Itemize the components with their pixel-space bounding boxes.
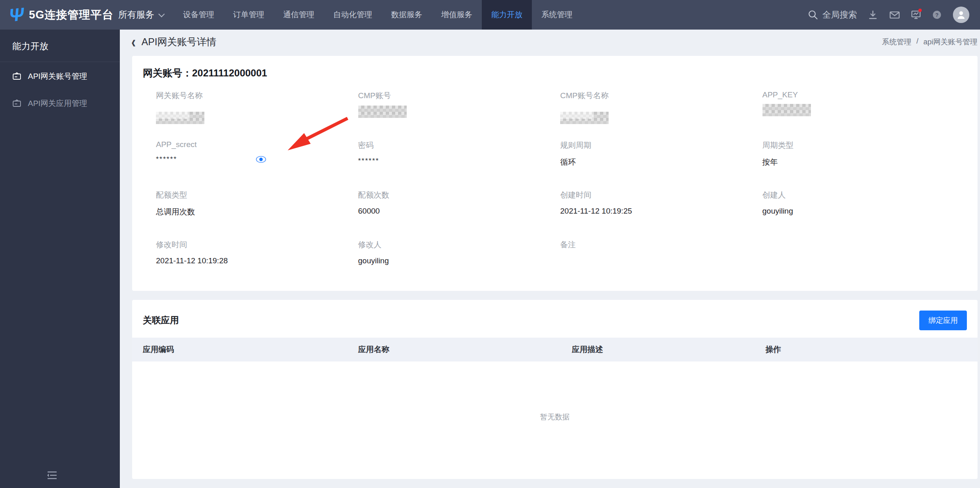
platform-logo-icon: Ψ [8, 5, 25, 25]
help-icon[interactable]: ? [932, 9, 942, 20]
col-actions: 操作 [765, 344, 978, 355]
field-modifier: 修改人 gouyiling [358, 239, 561, 289]
sidebar-item-label: API网关账号管理 [28, 71, 87, 82]
back-button[interactable]: ‹ [131, 34, 136, 50]
masked-value [560, 112, 609, 124]
main-content: ‹ API网关账号详情 系统管理 / api网关账号管理 网关账号：202111… [120, 30, 980, 488]
user-avatar[interactable] [953, 7, 969, 23]
field-empty-slot [762, 239, 965, 289]
masked-value [156, 112, 204, 124]
bind-app-button[interactable]: 绑定应用 [919, 311, 967, 330]
detail-fields-grid: 网关账号名称 CMP账号 CMP账号名称 APP_KEY APP_screct … [143, 90, 964, 289]
sidebar-divider [0, 62, 120, 62]
breadcrumb-api-account-mgmt[interactable]: api网关账号管理 [923, 37, 978, 47]
field-cycle-type: 周期类型 按年 [762, 140, 965, 190]
field-creator: 创建人 gouyiling [762, 190, 965, 239]
topbar: Ψ 5G连接管理平台 所有服务 设备管理 订单管理 通信管理 自动化管理 数据服… [0, 0, 980, 30]
sidebar: 能力开放 API网关账号管理 API网关应用管理 [0, 30, 120, 488]
breadcrumb-system-mgmt[interactable]: 系统管理 [882, 37, 911, 47]
empty-data-text: 暂无数据 [540, 412, 570, 422]
apps-table-empty-zone: 暂无数据 [132, 361, 978, 472]
app-secret-masked-text: ****** [156, 155, 177, 163]
gateway-account-title-label: 网关账号： [143, 67, 192, 78]
all-services-label: 所有服务 [118, 9, 154, 21]
page-title: API网关账号详情 [142, 35, 217, 48]
col-app-code: 应用编码 [143, 344, 358, 355]
top-nav: 设备管理 订单管理 通信管理 自动化管理 数据服务 增值服务 能力开放 系统管理 [174, 0, 582, 30]
nav-comm-mgmt[interactable]: 通信管理 [274, 0, 324, 30]
nav-value-added-service[interactable]: 增值服务 [432, 0, 482, 30]
menu-fold-icon[interactable] [46, 470, 58, 482]
nav-automation-mgmt[interactable]: 自动化管理 [324, 0, 382, 30]
topbar-right-tools: 全局搜索 ? [808, 0, 980, 30]
field-app-secret: APP_screct ****** [156, 140, 358, 190]
field-rule-cycle: 规则周期 循环 [560, 140, 762, 190]
nav-capability-open[interactable]: 能力开放 [482, 0, 532, 30]
related-apps-header: 关联应用 绑定应用 [132, 300, 978, 338]
eye-icon[interactable] [255, 155, 267, 163]
breadcrumb: 系统管理 / api网关账号管理 [882, 37, 978, 47]
related-apps-card: 关联应用 绑定应用 应用编码 应用名称 应用描述 操作 暂无数据 [132, 300, 978, 479]
masked-value [358, 106, 407, 118]
breadcrumb-separator: / [916, 37, 918, 47]
search-icon [808, 9, 818, 20]
monitor-chart-icon[interactable] [910, 9, 921, 20]
field-create-time: 创建时间 2021-11-12 10:19:25 [560, 190, 762, 239]
gateway-account-detail-card: 网关账号：20211112000001 网关账号名称 CMP账号 CMP账号名称… [132, 56, 978, 291]
field-remark: 备注 [560, 239, 762, 289]
mail-icon[interactable] [889, 9, 900, 20]
nav-device-mgmt[interactable]: 设备管理 [174, 0, 224, 30]
notification-badge [918, 9, 922, 12]
field-app-key: APP_KEY [762, 90, 965, 140]
field-quota-count: 配额次数 60000 [358, 190, 561, 239]
global-search-label: 全局搜索 [822, 9, 857, 21]
id-card-icon [12, 72, 21, 81]
id-card-icon [12, 99, 21, 108]
field-gateway-account-name: 网关账号名称 [156, 90, 358, 140]
apps-table-header: 应用编码 应用名称 应用描述 操作 [132, 338, 978, 361]
nav-system-mgmt[interactable]: 系统管理 [532, 0, 582, 30]
sidebar-item-api-gateway-account[interactable]: API网关账号管理 [0, 64, 120, 89]
col-app-desc: 应用描述 [572, 344, 765, 355]
page-header: ‹ API网关账号详情 系统管理 / api网关账号管理 [120, 30, 980, 50]
sidebar-item-label: API网关应用管理 [28, 98, 87, 109]
sidebar-item-api-gateway-app[interactable]: API网关应用管理 [0, 91, 120, 116]
field-password: 密码 ****** [358, 140, 561, 190]
svg-text:?: ? [935, 12, 939, 18]
field-quota-type: 配额类型 总调用次数 [156, 190, 358, 239]
all-services-menu[interactable]: 所有服务 [114, 0, 174, 30]
field-cmp-account-name: CMP账号名称 [560, 90, 762, 140]
chevron-down-icon [158, 11, 165, 17]
platform-logo[interactable]: Ψ 5G连接管理平台 [0, 0, 114, 30]
sidebar-title: 能力开放 [0, 30, 120, 62]
download-icon[interactable] [868, 9, 878, 20]
gateway-account-title: 网关账号：20211112000001 [143, 67, 964, 80]
nav-order-mgmt[interactable]: 订单管理 [224, 0, 274, 30]
related-apps-title: 关联应用 [143, 314, 179, 327]
field-modify-time: 修改时间 2021-11-12 10:19:28 [156, 239, 358, 289]
global-search[interactable]: 全局搜索 [808, 9, 857, 21]
nav-data-service[interactable]: 数据服务 [382, 0, 432, 30]
field-cmp-account: CMP账号 [358, 90, 561, 140]
platform-title: 5G连接管理平台 [29, 7, 113, 22]
gateway-account-id: 20211112000001 [192, 67, 267, 78]
col-app-name: 应用名称 [358, 344, 572, 355]
masked-value [762, 104, 811, 116]
